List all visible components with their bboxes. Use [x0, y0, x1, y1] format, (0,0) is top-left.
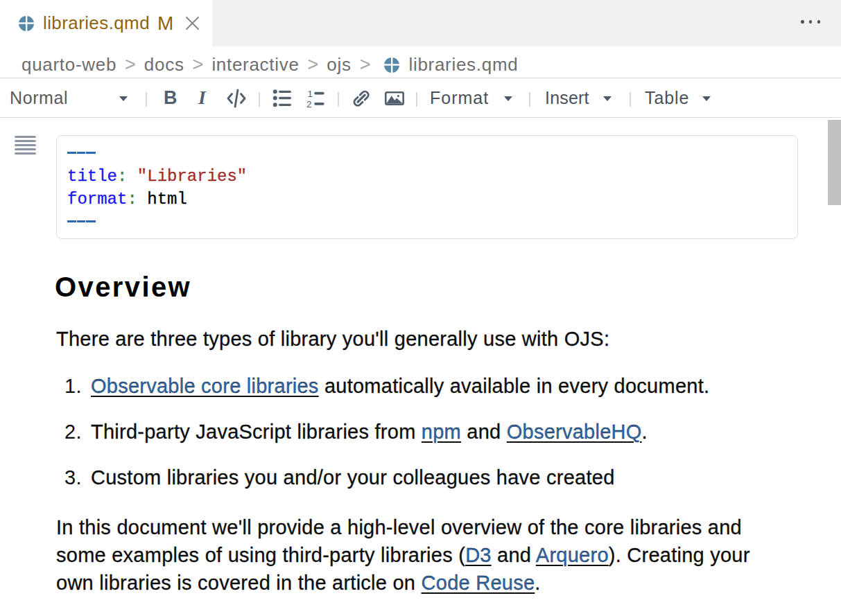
- svg-text:1: 1: [308, 90, 313, 99]
- svg-text:2: 2: [306, 99, 312, 109]
